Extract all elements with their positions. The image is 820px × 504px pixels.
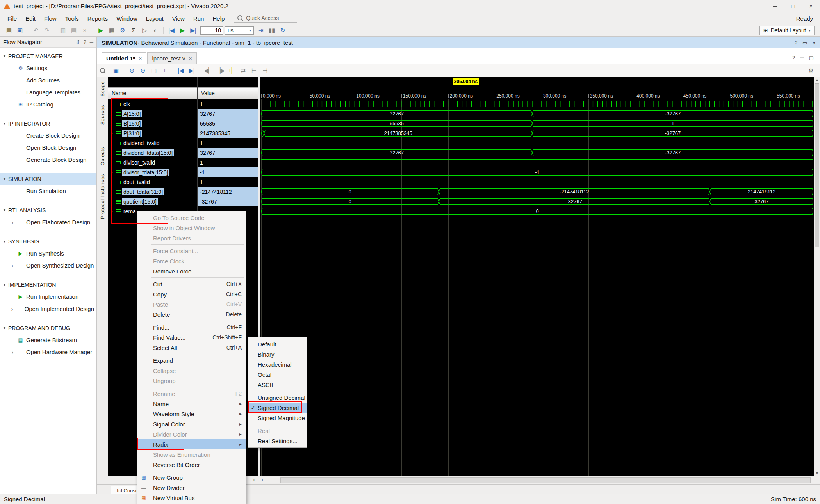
flow-section-header-project-manager[interactable]: ▾PROJECT MANAGER (0, 50, 96, 62)
zoom-out-icon[interactable]: ⊖ (138, 66, 148, 76)
flow-item-settings[interactable]: ⚙Settings (0, 62, 96, 74)
menu-view[interactable]: View (168, 14, 189, 23)
waveform-plot[interactable]: 32767-327676553512147385345-3276732767-3… (260, 99, 813, 476)
horizontal-scrollbar-thumb[interactable] (280, 477, 811, 483)
expand-arrow-icon[interactable]: › (110, 130, 114, 136)
radix-option-signed-decimal[interactable]: ✓Signed Decimal (248, 403, 307, 413)
radix-option-unsigned-decimal[interactable]: Unsigned Decimal (248, 392, 307, 403)
maximize-button[interactable]: □ (784, 0, 802, 12)
signal-row-dividend-tvalid[interactable]: dividend_tvalid (108, 138, 197, 148)
signal-value-dout-tdata-31-0[interactable]: -2147418112 (198, 187, 258, 197)
help-icon[interactable]: ? (795, 40, 797, 46)
signal-row-dout-tdata-31-0[interactable]: ›dout_tdata[31:0] (108, 187, 197, 197)
copy-icon[interactable]: ▥ (58, 25, 68, 35)
signal-row-a-15-0[interactable]: ›A[15:0] (108, 109, 197, 119)
signal-value-dividend-tdata-15-0[interactable]: 32767 (198, 148, 258, 158)
context-menu-item-expand[interactable]: Expand (137, 355, 246, 366)
add-marker-icon[interactable]: +▏ (227, 66, 237, 76)
flow-item-open-block-design[interactable]: Open Block Design (0, 142, 96, 154)
relaunch-icon[interactable]: ↻ (278, 25, 288, 35)
link-icon[interactable]: ⊢ (249, 66, 259, 76)
signal-value-divisor-tvalid[interactable]: 1 (198, 158, 258, 167)
context-menu-item-copy[interactable]: CopyCtrl+C (137, 289, 246, 299)
menu-edit[interactable]: Edit (21, 14, 40, 23)
help-icon[interactable]: ? (84, 39, 86, 45)
side-tab-sources[interactable]: Sources (100, 105, 105, 125)
undo-icon[interactable]: ↶ (31, 25, 41, 35)
zoom-in-icon[interactable]: ⊕ (127, 66, 137, 76)
expand-arrow-icon[interactable]: › (110, 189, 114, 195)
swap-cursor-icon[interactable]: ⇄ (238, 66, 248, 76)
side-tab-scope[interactable]: Scope (100, 81, 105, 96)
run-icon[interactable]: ▶ (96, 25, 106, 35)
radix-option-ascii[interactable]: ASCII (248, 380, 307, 390)
side-tab-objects[interactable]: Objects (100, 147, 105, 166)
probe-icon[interactable]: ◐ (150, 25, 160, 35)
signal-row-dout-tvalid[interactable]: dout_tvalid (108, 177, 197, 187)
flow-section-header-ip-integrator[interactable]: ▾IP INTEGRATOR (0, 117, 96, 130)
close-icon[interactable]: × (812, 40, 815, 46)
signal-value-quotient-15-0[interactable]: -32767 (198, 197, 258, 206)
go-to-start-icon[interactable]: |◀ (176, 66, 186, 76)
vertical-scrollbar-thumb[interactable] (815, 83, 819, 247)
radix-option-default[interactable]: Default (248, 339, 307, 349)
help-icon[interactable]: ? (792, 55, 795, 60)
sort-icon[interactable]: ⇵ (76, 39, 80, 45)
flow-section-header-rtl-analysis[interactable]: ▾RTL ANALYSIS (0, 204, 96, 216)
flow-item-generate-bitstream[interactable]: ▦Generate Bitstream (0, 334, 96, 346)
context-menu-item-delete[interactable]: DeleteDelete (137, 309, 246, 319)
signal-value-divisor-tdata-15-0[interactable]: -1 (198, 167, 258, 177)
signal-row-divisor-tvalid[interactable]: divisor_tvalid (108, 158, 197, 167)
signal-row-dividend-tdata-15-0[interactable]: ›dividend_tdata[15:0] (108, 148, 197, 158)
restart-icon[interactable]: |◀ (166, 25, 176, 35)
expand-arrow-icon[interactable]: › (110, 199, 114, 204)
collapse-panel-icon[interactable]: ─ (90, 39, 93, 45)
cursor-line[interactable] (453, 89, 453, 476)
find-icon[interactable] (100, 68, 110, 73)
run-for-time-icon[interactable]: ⇥ (256, 25, 266, 35)
unlink-icon[interactable]: ⊣ (260, 66, 270, 76)
expand-arrow-icon[interactable]: › (110, 121, 114, 126)
settings-gear-icon[interactable]: ⚙ (118, 25, 128, 35)
timeline-ruler[interactable]: 205.004 ns 0.000 ns50.000 ns100.000 ns15… (260, 77, 814, 99)
scroll-down-icon[interactable]: ▼ (814, 471, 820, 475)
flow-item-open-implemented-design[interactable]: ›Open Implemented Design (0, 303, 96, 315)
radix-option-hexadecimal[interactable]: Hexadecimal (248, 359, 307, 369)
radix-option-real-settings[interactable]: Real Settings... (248, 436, 307, 446)
flow-section-header-simulation[interactable]: ▾SIMULATION (0, 173, 96, 185)
layout-selector[interactable]: ⊞ Default Layout ▾ (759, 26, 815, 35)
toggle-view-icon[interactable]: ≡ (69, 39, 72, 45)
menu-run[interactable]: Run (189, 14, 209, 23)
radix-option-signed-magnitude[interactable]: Signed Magnitude (248, 413, 307, 423)
simulation-time-input[interactable] (200, 26, 223, 35)
previous-transition-icon[interactable]: ◀▏ (203, 66, 214, 76)
context-menu-item-name[interactable]: Name▸ (137, 399, 246, 409)
signal-value-dividend-tvalid[interactable]: 1 (198, 138, 258, 148)
flow-item-open-synthesized-design[interactable]: ›Open Synthesized Design (0, 259, 96, 272)
menu-help[interactable]: Help (208, 14, 229, 23)
save-icon[interactable]: ▣ (15, 25, 25, 35)
close-icon[interactable]: × (139, 55, 142, 62)
close-button[interactable]: × (802, 0, 820, 12)
flow-item-ip-catalog[interactable]: ⊞IP Catalog (0, 98, 96, 110)
next-transition-icon[interactable]: ▕▶ (215, 66, 226, 76)
collapse-right-icon[interactable]: › (253, 477, 255, 483)
flow-section-header-program-and-debug[interactable]: ▾PROGRAM AND DEBUG (0, 322, 96, 334)
flow-item-add-sources[interactable]: Add Sources (0, 74, 96, 86)
context-menu-item-find-value[interactable]: Find Value...Ctrl+Shift+F (137, 332, 246, 343)
go-to-end-icon[interactable]: ▶| (187, 66, 197, 76)
signal-row-divisor-tdata-15-0[interactable]: ›divisor_tdata[15:0] (108, 167, 197, 177)
zoom-fit-icon[interactable]: ▢ (149, 66, 159, 76)
menu-flow[interactable]: Flow (40, 14, 61, 23)
context-menu-item-signal-color[interactable]: Signal Color▸ (137, 419, 246, 429)
radix-option-octal[interactable]: Octal (248, 369, 307, 380)
context-menu-item-find[interactable]: Find...Ctrl+F (137, 322, 246, 332)
tab-untitled-1[interactable]: Untitled 1*× (102, 52, 146, 64)
collapse-left-icon[interactable]: ‹ (262, 477, 263, 483)
step-icon[interactable]: ▶| (188, 25, 198, 35)
context-menu-item-new-virtual-bus[interactable]: ▦New Virtual Bus (137, 493, 246, 503)
expand-arrow-icon[interactable]: › (110, 111, 114, 117)
context-menu-item-remove-force[interactable]: Remove Force (137, 266, 246, 276)
maximize-icon[interactable]: ▢ (809, 55, 814, 60)
flow-section-header-implementation[interactable]: ▾IMPLEMENTATION (0, 279, 96, 291)
